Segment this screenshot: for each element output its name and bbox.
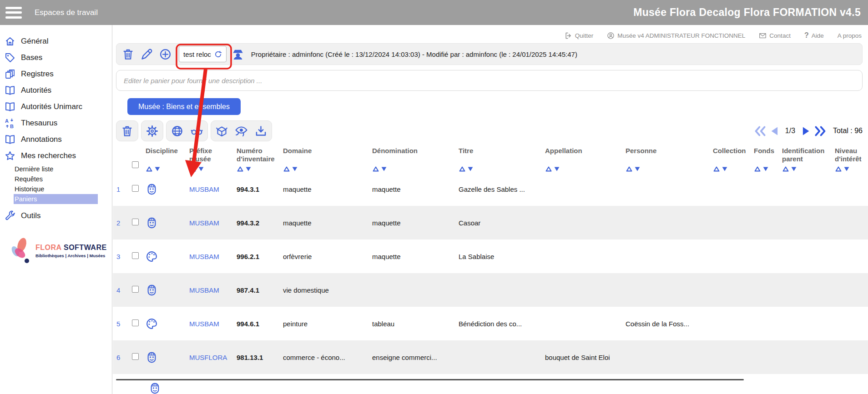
- quitter-link[interactable]: Quitter: [565, 32, 594, 40]
- row-number-link[interactable]: 1: [116, 185, 120, 193]
- sort-desc-icon[interactable]: [154, 166, 161, 172]
- next-page-icon[interactable]: [799, 125, 812, 137]
- sort-asc-icon[interactable]: [237, 166, 244, 172]
- row-number-link[interactable]: 3: [116, 253, 120, 260]
- glasses-icon[interactable]: [191, 125, 203, 137]
- row-checkbox[interactable]: [132, 219, 139, 225]
- sidebar-subitem-historique[interactable]: Historique: [15, 184, 112, 194]
- sort-desc-icon[interactable]: [197, 166, 205, 172]
- sort-asc-icon[interactable]: [835, 166, 842, 172]
- col-titre: Titre: [455, 145, 541, 172]
- sort-desc-icon[interactable]: [843, 166, 850, 172]
- main-content: Quitter Musée v4 ADMINISTRATEUR FONCTION…: [113, 25, 868, 394]
- sort-asc-icon[interactable]: [626, 166, 633, 172]
- gear-icon[interactable]: [146, 125, 158, 137]
- sidebar-subitem-requetes[interactable]: Requêtes: [15, 174, 112, 184]
- workspace-label[interactable]: Espaces de travail: [35, 8, 98, 17]
- aide-link[interactable]: ? Aide: [804, 31, 824, 40]
- sidebar-item-autorites-unimarc[interactable]: Autorités Unimarc: [0, 99, 112, 115]
- row-checkbox[interactable]: [132, 319, 139, 326]
- sort-asc-icon[interactable]: [283, 166, 290, 172]
- table-row[interactable]: 6 MUSFLORA 981.13.1 commerce - écono... …: [113, 340, 868, 374]
- description-input[interactable]: [116, 70, 863, 91]
- sidebar-item-thesaurus[interactable]: Thesaurus: [0, 115, 112, 131]
- prefixe-musee-link[interactable]: MUSBAM: [189, 185, 219, 193]
- spy-icon[interactable]: [231, 47, 245, 61]
- previous-page-icon[interactable]: [769, 125, 781, 137]
- hamburger-menu-icon[interactable]: [5, 7, 22, 19]
- prefixe-musee-link[interactable]: MUSBAM: [189, 286, 219, 294]
- row-number-link[interactable]: 2: [116, 219, 120, 227]
- table-row[interactable]: 5 MUSBAM 994.6.1 peinture tableau Bénédi…: [113, 307, 868, 340]
- row-checkbox[interactable]: [132, 252, 139, 259]
- select-all-checkbox[interactable]: [132, 161, 139, 168]
- sort-desc-icon[interactable]: [721, 166, 728, 172]
- sort-asc-icon[interactable]: [459, 166, 466, 172]
- results-toolbar: 1/3 Total : 96: [116, 120, 863, 141]
- cell-titre: Casoar: [455, 219, 541, 227]
- table-row[interactable]: 2 MUSBAM 994.3.2 maquette maquette Casoa…: [113, 206, 868, 239]
- sidebar-subitem-derniere-liste[interactable]: Dernière liste: [15, 164, 112, 174]
- wrench-icon: [5, 210, 15, 221]
- sidebar-item-bases[interactable]: Bases: [0, 50, 112, 66]
- sidebar-item-autorites[interactable]: Autorités: [0, 82, 112, 99]
- sort-asc-icon[interactable]: [372, 166, 379, 172]
- row-checkbox[interactable]: [132, 353, 139, 360]
- utility-bar: Quitter Musée v4 ADMINISTRATEUR FONCTION…: [113, 25, 868, 40]
- basket-name-box[interactable]: test reloc: [179, 46, 227, 62]
- row-checkbox[interactable]: [132, 185, 139, 192]
- refresh-icon[interactable]: [214, 50, 222, 58]
- edit-basket-icon[interactable]: [141, 48, 153, 60]
- table-row[interactable]: 4 MUSBAM 987.4.1 vie domestique: [113, 273, 868, 307]
- sidebar: Général Bases Registres Autorités Autori…: [0, 25, 112, 394]
- scope-button[interactable]: Musée : Biens et ensembles: [127, 98, 241, 115]
- sort-asc-icon[interactable]: [754, 166, 761, 172]
- row-number-link[interactable]: 5: [116, 320, 120, 328]
- globe-icon[interactable]: [171, 125, 183, 137]
- box-icon[interactable]: [216, 125, 228, 137]
- sort-desc-icon[interactable]: [553, 166, 560, 172]
- sort-desc-icon[interactable]: [634, 166, 641, 172]
- row-number-link[interactable]: 6: [116, 354, 120, 361]
- first-page-icon[interactable]: [754, 125, 766, 137]
- prefixe-musee-link[interactable]: MUSBAM: [189, 320, 219, 328]
- sort-desc-icon[interactable]: [380, 166, 388, 172]
- star-icon: [5, 150, 15, 161]
- mask-icon: [146, 351, 158, 364]
- sidebar-item-mes-recherches[interactable]: Mes recherches: [0, 148, 112, 164]
- sidebar-item-outils[interactable]: Outils: [0, 208, 112, 224]
- sort-asc-icon[interactable]: [146, 166, 153, 172]
- prefixe-musee-link[interactable]: MUSBAM: [189, 253, 219, 260]
- current-user[interactable]: Musée v4 ADMINISTRATEUR FONCTIONNEL: [607, 32, 745, 40]
- table-row[interactable]: 1 MUSBAM 994.3.1 maquette maquette Gazel…: [113, 172, 868, 206]
- sidebar-item-annotations[interactable]: Annotations: [0, 131, 112, 148]
- cell-denomination: enseigne commerci...: [368, 354, 455, 361]
- sidebar-item-registres[interactable]: Registres: [0, 66, 112, 82]
- sidebar-subitem-paniers[interactable]: Paniers: [14, 194, 98, 204]
- last-page-icon[interactable]: [814, 125, 827, 137]
- contact-link[interactable]: Contact: [759, 32, 791, 40]
- add-basket-icon[interactable]: [159, 48, 172, 60]
- row-checkbox[interactable]: [132, 286, 139, 293]
- apropos-link[interactable]: A propos: [838, 32, 862, 39]
- sort-desc-icon[interactable]: [245, 166, 252, 172]
- horus-eye-icon[interactable]: [235, 125, 247, 137]
- sort-desc-icon[interactable]: [467, 166, 474, 172]
- sort-desc-icon[interactable]: [291, 166, 298, 172]
- delete-basket-icon[interactable]: [122, 48, 134, 60]
- row-number-link[interactable]: 4: [116, 286, 120, 294]
- sort-desc-icon[interactable]: [790, 166, 797, 172]
- prefixe-musee-link[interactable]: MUSFLORA: [189, 354, 227, 361]
- download-icon[interactable]: [255, 125, 267, 137]
- sort-asc-icon[interactable]: [545, 166, 552, 172]
- prefixe-musee-link[interactable]: MUSBAM: [189, 219, 219, 227]
- mask-icon: [146, 183, 158, 195]
- table-row[interactable]: 3 MUSBAM 996.2.1 orfèvrerie maquette La …: [113, 239, 868, 273]
- sort-asc-icon[interactable]: [189, 166, 197, 172]
- sort-asc-icon[interactable]: [713, 166, 720, 172]
- sidebar-item-general[interactable]: Général: [0, 33, 112, 50]
- cell-numero-inventaire: 994.3.2: [233, 219, 279, 227]
- sort-desc-icon[interactable]: [762, 166, 769, 172]
- delete-records-icon[interactable]: [121, 125, 133, 137]
- sort-asc-icon[interactable]: [782, 166, 789, 172]
